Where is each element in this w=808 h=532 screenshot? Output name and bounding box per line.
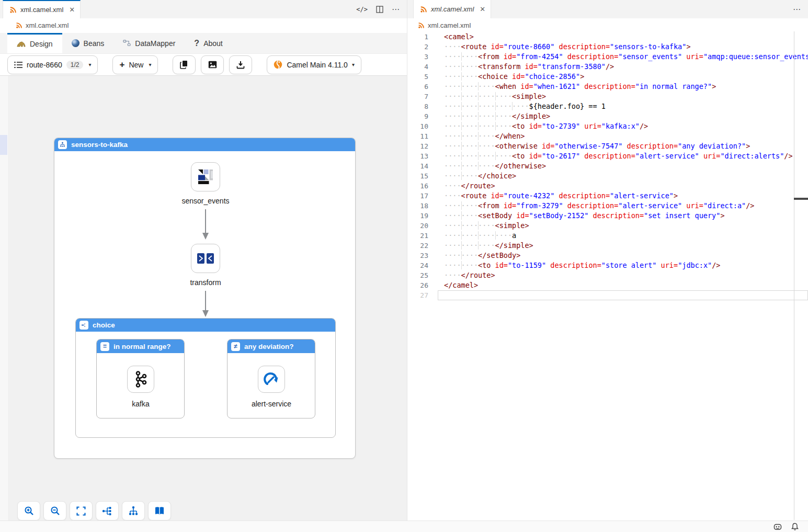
line-number[interactable]: 9 [407,111,428,121]
node-sensor-events-label: sensor_events [181,197,229,205]
tab-xml-camel-xml-preview[interactable]: xml.camel.xml ✕ [413,0,491,18]
line-number[interactable]: 24 [407,261,428,270]
otherwise-branch[interactable]: ≠ any deviation? alert-service [227,339,315,418]
code-line[interactable]: 4········<transform id="transform-3580"/… [407,62,808,72]
code-line[interactable]: 7················<simple> [407,92,808,101]
flow-canvas[interactable]: sensors-to-kafka sensor_events [0,76,407,520]
copy-flow-button[interactable] [173,55,196,74]
choice-group[interactable]: choice = in normal range? [75,318,336,438]
line-number[interactable]: 11 [407,131,428,141]
otherwise-branch-header[interactable]: ≠ any deviation? [227,339,315,353]
line-number[interactable]: 19 [407,211,428,221]
runtime-selector-button[interactable]: Camel Main 4.11.0 ▾ [267,55,361,74]
line-number[interactable]: 4 [407,62,428,72]
ellipsis-icon[interactable]: ⋯ [392,5,400,14]
route-group-sensors-to-kafka[interactable]: sensors-to-kafka sensor_events [54,138,356,459]
code-line[interactable]: 15········</choice> [407,171,808,181]
code-line[interactable]: 9················</simple> [407,111,808,121]
xml-code-editor[interactable]: 1<camel>2····<route id="route-8660" desc… [407,31,808,520]
line-number[interactable]: 6 [407,82,428,92]
when-branch-header[interactable]: = in normal range? [97,339,184,353]
line-number[interactable]: 13 [407,151,428,161]
when-branch[interactable]: = in normal range? [96,339,185,418]
node-alert-service[interactable] [258,366,285,393]
status-bar [0,520,808,532]
line-number[interactable]: 27 [407,290,428,300]
close-icon[interactable]: ✕ [69,6,75,14]
line-number[interactable]: 1 [407,32,428,42]
line-number[interactable]: 22 [407,241,428,251]
code-line[interactable]: 2····<route id="route-8660" description=… [407,42,808,52]
node-kafka[interactable] [127,366,154,393]
route-group-header[interactable]: sensors-to-kafka [54,138,355,151]
line-number[interactable]: 23 [407,251,428,261]
line-number[interactable]: 26 [407,280,428,290]
code-line[interactable]: 17····<route id="route-4232" description… [407,191,808,201]
code-line[interactable]: 24········<to id="to-1159" description="… [407,261,808,270]
code-line[interactable]: 16····</route> [407,181,808,191]
line-number[interactable]: 20 [407,221,428,231]
catalog-button[interactable] [148,501,171,520]
line-number[interactable]: 16 [407,181,428,191]
code-line[interactable]: 19········<setBody id="setBody-2152" des… [407,211,808,221]
line-number[interactable]: 15 [407,171,428,181]
code-icon[interactable]: </> [356,6,368,13]
code-line[interactable]: 18········<from id="from-3279" descripti… [407,201,808,211]
code-line[interactable]: 8····················${header.foo} == 1 [407,101,808,111]
bell-icon[interactable] [791,523,799,530]
line-number[interactable]: 3 [407,52,428,62]
line-number[interactable]: 12 [407,141,428,151]
fit-view-button[interactable] [70,501,93,520]
code-line[interactable]: 27 [407,290,808,300]
zoom-out-button[interactable] [43,501,66,520]
split-editor-icon[interactable] [376,6,383,13]
tab-design[interactable]: Design [7,33,62,53]
code-line[interactable]: 23········</setBody> [407,251,808,261]
code-line[interactable]: 20············<simple> [407,221,808,231]
code-line[interactable]: 13················<to id="to-2617" descr… [407,151,808,161]
code-line[interactable]: 3········<from id="from-4254" descriptio… [407,52,808,62]
ellipsis-icon[interactable]: ⋯ [793,5,801,14]
new-route-button[interactable]: + New ▾ [112,55,158,74]
layout-vertical-button[interactable] [122,501,145,520]
line-number[interactable]: 21 [407,231,428,241]
right-breadcrumb[interactable]: xml.camel.xml [407,18,808,32]
line-number[interactable]: 8 [407,101,428,111]
tab-datamapper[interactable]: DataMapper [113,33,185,53]
line-number[interactable]: 10 [407,121,428,131]
node-sensor-events[interactable] [191,162,220,191]
tab-xml-camel-xml[interactable]: xml.camel.xml ✕ [3,0,81,18]
code-line[interactable]: 5········<choice id="choice-2856"> [407,72,808,82]
copilot-icon[interactable] [773,523,782,530]
left-breadcrumb[interactable]: xml.camel.xml [0,18,407,32]
rail-selection[interactable] [0,135,7,155]
code-line[interactable]: 21················a [407,231,808,241]
tab-about[interactable]: ? About [185,33,232,53]
line-number[interactable]: 14 [407,161,428,171]
line-number[interactable]: 5 [407,72,428,82]
code-line[interactable]: 25····</route> [407,270,808,280]
line-number[interactable]: 25 [407,270,428,280]
code-line[interactable]: 6············<when id="when-1621" descri… [407,82,808,92]
node-transform[interactable] [191,244,220,273]
route-selector-button[interactable]: route-8660 1/2 ▾ [7,55,98,74]
code-line[interactable]: 22············</simple> [407,241,808,251]
code-line[interactable]: 1<camel> [407,32,808,42]
line-number[interactable]: 7 [407,92,428,101]
kaoto-editor-pane: xml.camel.xml ✕ </> ⋯ xml.camel.xml [0,0,407,532]
download-button[interactable] [229,55,252,74]
code-line[interactable]: 14············</otherwise> [407,161,808,171]
code-line[interactable]: 11············</when> [407,131,808,141]
line-number[interactable]: 2 [407,42,428,52]
zoom-in-button[interactable] [17,501,40,520]
code-line[interactable]: 26</camel> [407,280,808,290]
line-number[interactable]: 18 [407,201,428,211]
choice-group-header[interactable]: choice [76,319,335,332]
line-number[interactable]: 17 [407,191,428,201]
export-image-button[interactable] [201,55,224,74]
code-line[interactable]: 10················<to id="to-2739" uri="… [407,121,808,131]
close-icon[interactable]: ✕ [480,5,485,13]
tab-beans[interactable]: Beans [62,33,114,53]
layout-horizontal-button[interactable] [96,501,119,520]
code-line[interactable]: 12············<otherwise id="otherwise-7… [407,141,808,151]
